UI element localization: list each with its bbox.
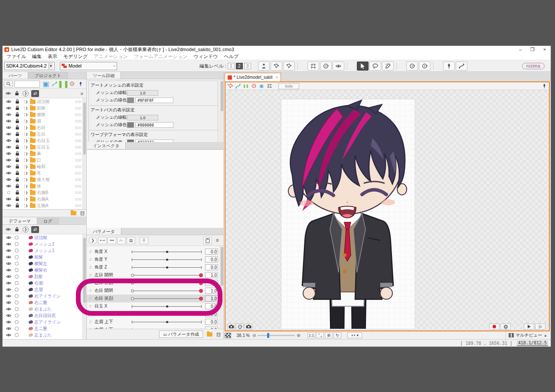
deformer-tree-row[interactable]: 右目頭目尻: [3, 312, 86, 319]
expand-chevron-icon[interactable]: ❯: [24, 172, 29, 175]
rotate-deformer-tool[interactable]: [320, 62, 332, 71]
expand-chevron-icon[interactable]: ❯: [24, 165, 29, 168]
deformer-tree-row[interactable]: 横髪左: [3, 260, 86, 267]
expand-chevron-icon[interactable]: ❯: [24, 126, 29, 130]
parameter-row[interactable]: 0目玉 X0.0: [87, 302, 223, 310]
expand-chevron-icon[interactable]: ❯: [24, 146, 29, 149]
parts-tree-row[interactable]: ❯後ろ髪500: [3, 176, 86, 183]
lock-icon[interactable]: [14, 177, 20, 183]
eye-icon[interactable]: [6, 164, 12, 170]
eye-icon[interactable]: [6, 248, 12, 254]
radio-icon[interactable]: [15, 301, 19, 305]
radio-icon[interactable]: [15, 275, 19, 279]
pin-view-icon[interactable]: [541, 84, 547, 89]
zoom-slider-handle[interactable]: [267, 333, 269, 338]
arrow-select-tool[interactable]: [357, 62, 369, 71]
parameter-value-input[interactable]: 0.0: [205, 311, 218, 317]
edit-level-1[interactable]: 1: [228, 63, 235, 69]
sdk-version-select[interactable]: SDK4.2/Cubism4.2 ▼: [4, 62, 55, 70]
eye-icon[interactable]: [6, 319, 12, 325]
expand-chevron-icon[interactable]: ❯: [24, 178, 29, 181]
parameter-slider[interactable]: [132, 304, 202, 309]
lock-icon[interactable]: [14, 99, 20, 105]
expand-chevron-icon[interactable]: ❯: [24, 120, 29, 123]
eye-icon[interactable]: [6, 274, 12, 280]
eye-icon[interactable]: [6, 144, 12, 150]
lock-icon[interactable]: [14, 157, 20, 163]
deformer-tree-row[interactable]: メッシュ2: [3, 241, 86, 247]
deformer-tree-row[interactable]: 右眉: [3, 280, 86, 286]
model-person-tool[interactable]: [258, 62, 270, 71]
radio-icon[interactable]: [15, 288, 19, 292]
restore-button[interactable]: ❐: [526, 46, 539, 53]
parameter-row[interactable]: 0右目 開閉1.0: [87, 287, 223, 295]
lock-icon[interactable]: [14, 112, 20, 118]
parts-tree-row[interactable]: ❯頭頂髪500: [3, 98, 86, 105]
expand-all-icon[interactable]: ❯: [23, 227, 29, 233]
trash-icon[interactable]: [80, 211, 85, 216]
parameter-slider[interactable]: [132, 311, 202, 317]
tab-parts[interactable]: パーツ: [3, 72, 28, 79]
parts-tree-row[interactable]: ❯横髪500: [3, 111, 86, 118]
search-button[interactable]: [4, 80, 13, 87]
lock-icon[interactable]: [14, 144, 20, 150]
deformer-tree-row[interactable]: メッシュ1: [3, 247, 86, 254]
parameter-row[interactable]: 0左目 開閉1.0: [87, 271, 223, 279]
deformer-tree-row[interactable]: 右アイライン: [3, 293, 86, 299]
grid-mesh-tool[interactable]: [307, 62, 319, 71]
model-viewport[interactable]: |≡: [225, 90, 549, 330]
expand-chevron-icon[interactable]: ❯: [24, 113, 29, 117]
eye-icon[interactable]: [6, 196, 12, 202]
view-toggle-button[interactable]: ◖◗ ▾: [347, 332, 362, 338]
eye-icon[interactable]: [6, 157, 12, 163]
trash-icon[interactable]: [216, 332, 221, 337]
parameter-value-input[interactable]: 1.0: [205, 288, 218, 294]
keyform-add-3-icon[interactable]: •••: [108, 237, 116, 244]
mesh-auto-tool[interactable]: [283, 62, 295, 71]
slider-handle-red[interactable]: [199, 289, 203, 293]
bounding-box-icon[interactable]: ▣: [43, 81, 49, 87]
expand-parameters-icon[interactable]: ❯: [88, 237, 97, 244]
brush-select-tool[interactable]: [382, 62, 394, 71]
parts-tree-row[interactable]: ❯左腕A500: [3, 202, 86, 209]
close-button[interactable]: ×: [539, 46, 551, 53]
parameter-slider[interactable]: [132, 280, 202, 285]
parts-tree-row[interactable]: ❯眉500: [3, 118, 86, 124]
lasso-select-tool[interactable]: [369, 62, 381, 71]
create-parameter-button[interactable]: ⚏ パラメータ作成: [159, 330, 203, 338]
keyform-panel-icon[interactable]: ▤: [127, 237, 135, 244]
settings-button[interactable]: [500, 324, 511, 330]
pause-icon[interactable]: ❚❚: [60, 81, 66, 87]
eye-icon[interactable]: [6, 131, 12, 137]
slider-handle-red[interactable]: [199, 281, 203, 285]
fit-width-button[interactable]: ⊞: [325, 332, 333, 338]
slider-handle-red[interactable]: [199, 273, 203, 277]
nizima-button[interactable]: nizima: [522, 63, 545, 69]
deformer-tree-row[interactable]: 左アイライン: [3, 319, 86, 325]
radio-icon[interactable]: [15, 327, 19, 330]
record-button[interactable]: [489, 324, 500, 330]
deformer-tree-row[interactable]: 左眉: [3, 286, 86, 293]
lock-icon[interactable]: [14, 131, 20, 137]
parameter-row[interactable]: 0右目 笑顔1.0: [87, 295, 223, 302]
rotate-view-button[interactable]: ↻: [333, 332, 341, 338]
mesh-edit-tool[interactable]: [271, 62, 282, 71]
radio-icon[interactable]: [15, 333, 19, 337]
radio-icon[interactable]: [15, 268, 19, 272]
radio-icon[interactable]: [15, 236, 19, 240]
deformer-tree-row[interactable]: 顔影: [3, 273, 86, 280]
slider-handle[interactable]: [166, 259, 168, 261]
parameter-row[interactable]: 0目玉 Y0.0: [87, 310, 223, 318]
eye-icon[interactable]: [6, 170, 12, 176]
new-folder-icon[interactable]: [207, 332, 212, 337]
tab-log[interactable]: ログ: [37, 217, 59, 224]
tab-inspector[interactable]: インスペクタ: [87, 142, 126, 149]
expand-chevron-icon[interactable]: ❯: [24, 204, 29, 207]
menu-item[interactable]: アニメーション: [91, 53, 131, 60]
lock-icon[interactable]: [14, 190, 20, 196]
eye-icon[interactable]: [5, 227, 11, 233]
onion-skin-icon[interactable]: [236, 324, 244, 330]
radio-icon[interactable]: [15, 294, 19, 298]
deformer-tree-row[interactable]: 横髪右: [3, 267, 86, 273]
model-canvas[interactable]: [281, 99, 415, 329]
